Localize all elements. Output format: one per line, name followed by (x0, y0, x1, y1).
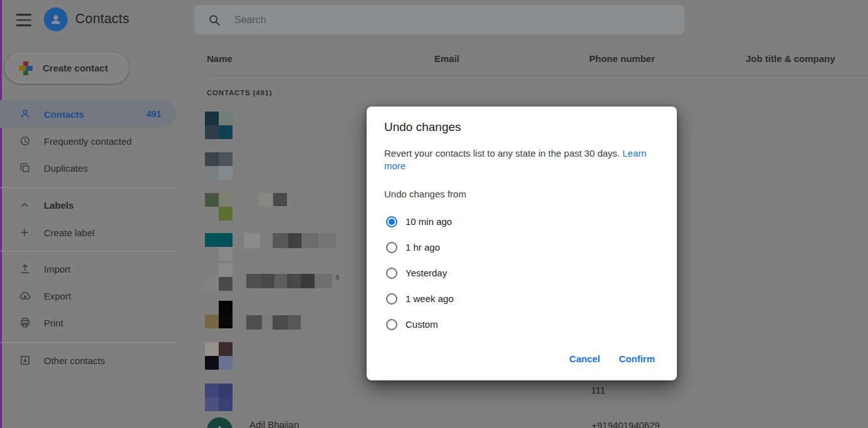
contact-name: Adil Bhaiian (249, 419, 299, 428)
redacted-text-block (288, 315, 301, 330)
column-header-phone[interactable]: Phone number (589, 53, 655, 64)
contact-phone: 111 (591, 385, 605, 395)
create-contact-button[interactable]: Create contact (5, 53, 128, 83)
google-plus-icon (19, 61, 33, 75)
history-clock-icon (19, 135, 31, 147)
dialog-description: Revert your contacts list to any state i… (384, 147, 659, 172)
sidebar-item-label: Print (44, 318, 63, 328)
person-icon (49, 13, 63, 26)
sidebar-item-label: Frequently contacted (44, 136, 132, 147)
redacted-text-block (301, 233, 318, 248)
radio-option-label: 10 min ago (405, 216, 452, 227)
redacted-text-block (246, 315, 262, 330)
radio-unselected-icon[interactable] (386, 268, 397, 279)
contacts-section-label: CONTACTS (491) (207, 89, 272, 97)
search-bar[interactable] (194, 5, 684, 34)
radio-option-1-week-ago[interactable]: 1 week ago (384, 286, 659, 311)
person-icon (19, 108, 31, 120)
plus-icon (19, 227, 31, 238)
redacted-text-block (246, 274, 261, 288)
contact-avatar[interactable] (205, 384, 233, 411)
radio-option-10-min-ago[interactable]: 10 min ago (384, 209, 659, 234)
redacted-text-block (273, 193, 287, 206)
redacted-text-block (273, 315, 288, 330)
redacted-text-block (259, 193, 273, 206)
undo-from-label: Undo changes from (384, 189, 659, 199)
avatar-initial: A (216, 424, 223, 428)
undo-options-group: 10 min ago 1 hr ago Yesterday 1 week ago… (384, 209, 659, 337)
contact-avatar[interactable] (205, 301, 233, 328)
sidebar-item-print[interactable]: Print (0, 309, 176, 337)
printer-icon (19, 316, 31, 329)
sidebar-item-label: Duplicates (44, 163, 88, 174)
create-contact-label: Create contact (43, 63, 108, 73)
sidebar-item-contacts[interactable]: Contacts 491 (0, 100, 176, 128)
divider (0, 342, 177, 343)
column-header-job[interactable]: Job title & company (746, 53, 835, 64)
sidebar-item-label: Other contacts (44, 355, 105, 366)
contacts-logo (44, 8, 68, 31)
sidebar-item-label: Contacts (44, 109, 84, 120)
dialog-title: Undo changes (384, 120, 659, 134)
chevron-up-icon[interactable] (19, 199, 31, 211)
sidebar-item-frequently-contacted[interactable]: Frequently contacted (0, 127, 176, 155)
radio-unselected-icon[interactable] (386, 293, 397, 305)
undo-changes-dialog: Undo changes Revert your contacts list t… (367, 107, 677, 380)
sidebar-item-label: Import (44, 264, 71, 274)
radio-option-label: Yesterday (405, 268, 447, 278)
sidebar-item-import[interactable]: Import (0, 255, 176, 283)
redacted-text-block (287, 274, 301, 288)
redacted-text-block (262, 315, 273, 330)
redacted-text-block (315, 274, 332, 288)
sidebar-item-export[interactable]: Export (0, 282, 176, 310)
redacted-text-block (301, 274, 315, 288)
redacted-text-block (244, 233, 260, 248)
radio-option-custom[interactable]: Custom (384, 311, 659, 337)
contact-avatar[interactable]: A (207, 417, 233, 428)
contact-avatar[interactable] (205, 263, 233, 291)
sidebar-item-duplicates[interactable]: Duplicates (0, 154, 176, 182)
sidebar-item-label: Create label (44, 227, 95, 238)
search-icon (207, 13, 221, 27)
radio-option-label: 1 week ago (405, 293, 454, 304)
cloud-download-icon (19, 290, 31, 302)
menu-hamburger-icon[interactable] (16, 14, 31, 26)
redacted-text-block (261, 274, 275, 288)
contacts-count-badge: 491 (147, 109, 161, 119)
sidebar-item-create-label[interactable]: Create label (0, 219, 176, 246)
cancel-button[interactable]: Cancel (569, 353, 600, 364)
divider (0, 187, 177, 188)
radio-option-1-hr-ago[interactable]: 1 hr ago (384, 234, 659, 260)
divider (0, 251, 177, 251)
divider (207, 75, 868, 76)
radio-option-yesterday[interactable]: Yesterday (384, 260, 659, 286)
contact-avatar[interactable] (205, 112, 233, 139)
radio-option-label: Custom (405, 319, 438, 330)
redacted-text-block (318, 233, 336, 248)
upload-icon (19, 263, 31, 275)
contact-avatar[interactable] (205, 193, 233, 221)
contact-avatar[interactable] (205, 342, 233, 370)
archive-box-icon (19, 354, 31, 367)
sidebar-item-label: Export (44, 291, 71, 301)
column-header-email[interactable]: Email (434, 53, 459, 64)
contact-avatar[interactable] (205, 152, 233, 180)
contact-avatar[interactable] (205, 233, 233, 261)
sidebar-section-labels[interactable]: Labels (0, 191, 176, 219)
redacted-text-block (273, 233, 288, 248)
app-title: Contacts (75, 11, 129, 27)
contact-phone: +919401940629 (592, 420, 660, 428)
redacted-text-block (288, 233, 301, 248)
redacted-text-block (275, 274, 287, 288)
column-header-name[interactable]: Name (207, 53, 233, 64)
radio-unselected-icon[interactable] (386, 242, 397, 253)
radio-unselected-icon[interactable] (386, 319, 397, 330)
search-input[interactable] (234, 14, 684, 26)
radio-selected-icon[interactable] (386, 216, 397, 227)
confirm-button[interactable]: Confirm (619, 353, 656, 364)
copy-icon (19, 162, 31, 174)
labels-section-label: Labels (44, 200, 74, 211)
radio-option-label: 1 hr ago (405, 242, 440, 253)
sidebar-item-other-contacts[interactable]: Other contacts (0, 347, 176, 374)
dialog-description-text: Revert your contacts list to any state i… (384, 148, 620, 159)
